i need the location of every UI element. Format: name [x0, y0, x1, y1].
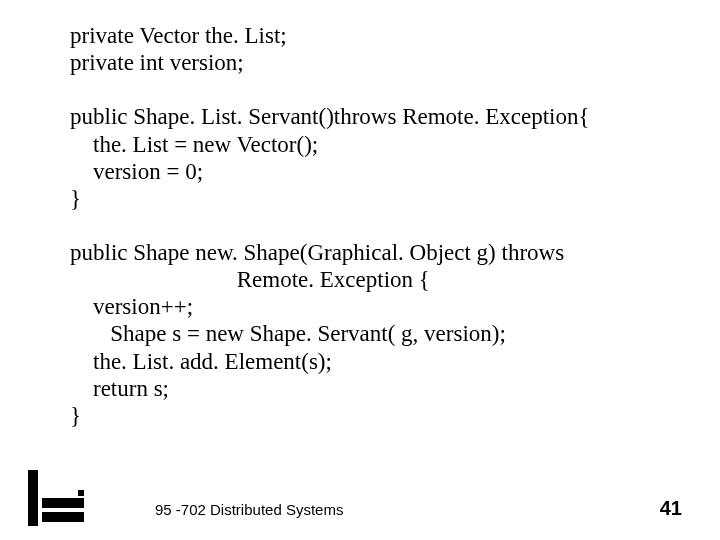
code-line: return s;	[70, 376, 169, 401]
code-line: private Vector the. List;	[70, 23, 287, 48]
code-line: }	[70, 186, 81, 211]
logo-icon	[28, 470, 84, 526]
code-line: Remote. Exception {	[70, 267, 430, 292]
code-line: version++;	[70, 294, 193, 319]
svg-rect-1	[42, 498, 84, 508]
code-line: the. List = new Vector();	[70, 132, 318, 157]
slide: private Vector the. List; private int ve…	[0, 0, 720, 540]
code-line: private int version;	[70, 50, 244, 75]
code-line: the. List. add. Element(s);	[70, 349, 332, 374]
svg-rect-0	[28, 470, 38, 526]
code-line: public Shape new. Shape(Graphical. Objec…	[70, 240, 564, 265]
svg-rect-2	[42, 512, 84, 522]
svg-rect-3	[78, 490, 84, 496]
footer-text: 95 -702 Distributed Systems	[155, 501, 343, 518]
code-line: public Shape. List. Servant()throws Remo…	[70, 104, 590, 129]
code-line: }	[70, 403, 81, 428]
page-number: 41	[660, 497, 682, 520]
code-line: Shape s = new Shape. Servant( g, version…	[70, 321, 506, 346]
code-block: private Vector the. List; private int ve…	[70, 22, 590, 429]
code-line: version = 0;	[70, 159, 203, 184]
